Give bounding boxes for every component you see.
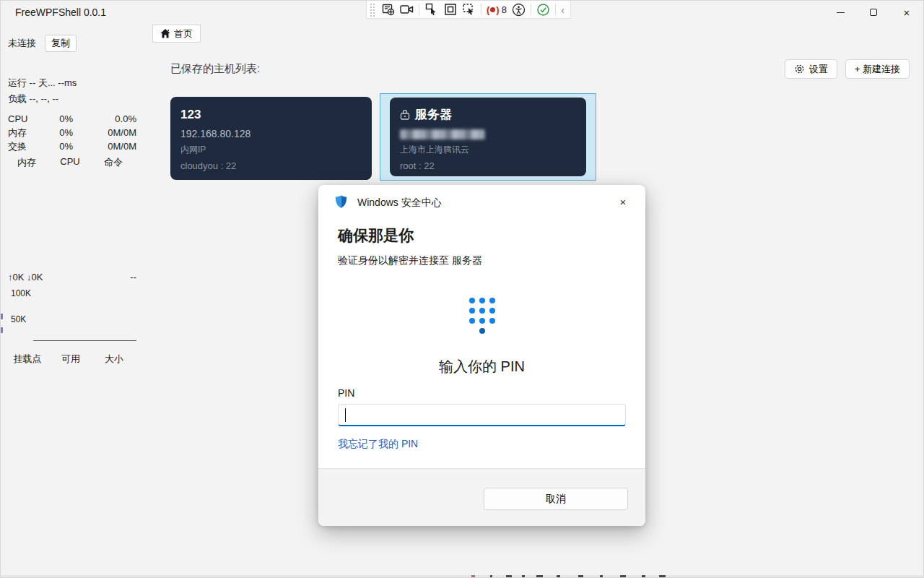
close-button[interactable]: × bbox=[890, 1, 923, 24]
breakpoint-count: 8 bbox=[502, 4, 507, 15]
stat-label: CPU bbox=[8, 113, 41, 124]
stat-label: 内存 bbox=[8, 126, 41, 139]
network-latency: -- bbox=[130, 272, 136, 282]
mount-header-mountpoint[interactable]: 挂载点 bbox=[5, 353, 50, 366]
new-connection-label: + 新建连接 bbox=[855, 63, 900, 76]
taskbar-icon-fragment bbox=[659, 575, 666, 577]
title-bar: FreeWPFShell 0.0.1 bbox=[1, 1, 923, 24]
stat-label: 交换 bbox=[8, 140, 41, 153]
mount-table-headers: 挂载点 可用 大小 bbox=[5, 353, 136, 366]
gear-icon bbox=[794, 64, 805, 74]
host-location: 内网IP bbox=[180, 144, 362, 156]
host-ip: 192.168.80.128 bbox=[180, 128, 362, 139]
forgot-pin-link[interactable]: 我忘记了我的 PIN bbox=[338, 438, 418, 451]
toolbar-separator bbox=[531, 4, 531, 15]
host-login-port: cloudyou : 22 bbox=[180, 160, 362, 171]
net-graph-baseline bbox=[33, 340, 136, 341]
dialog-app-name: Windows 安全中心 bbox=[357, 197, 442, 210]
pin-prompt: 输入你的 PIN bbox=[318, 357, 645, 376]
stat-value: 0M/0M bbox=[73, 141, 136, 152]
taskbar-icon-fragment bbox=[620, 575, 626, 577]
taskbar-sliver bbox=[1, 575, 923, 577]
mount-header-size[interactable]: 大小 bbox=[92, 353, 136, 366]
resource-stats: CPU 0% 0.0% 内存 0% 0M/0M 交换 0% 0M/0M bbox=[8, 112, 136, 153]
drag-grip-icon[interactable] bbox=[370, 3, 376, 17]
host-card[interactable]: 123 192.168.80.128 内网IP cloudyou : 22 bbox=[170, 97, 372, 180]
process-table-headers: 内存 CPU 命令 bbox=[5, 156, 135, 169]
taskbar-icon-fragment bbox=[522, 575, 525, 577]
minimize-button[interactable] bbox=[824, 1, 857, 24]
host-ip-redacted bbox=[400, 129, 485, 139]
process-header-cpu[interactable]: CPU bbox=[48, 156, 92, 169]
close-icon: × bbox=[904, 7, 910, 18]
pin-keypad-icon bbox=[318, 297, 645, 335]
dialog-subtitle: 验证身份以解密并连接至 服务器 bbox=[338, 254, 482, 267]
process-header-memory[interactable]: 内存 bbox=[5, 156, 48, 169]
dialog-footer: 取消 bbox=[318, 468, 645, 526]
stat-row-cpu: CPU 0% 0.0% bbox=[8, 112, 136, 126]
toolbar-separator bbox=[419, 4, 419, 15]
host-name: 服务器 bbox=[415, 106, 452, 123]
saved-hosts-heading: 已保存的主机列表: bbox=[170, 62, 260, 76]
check-ok-icon[interactable] bbox=[536, 3, 550, 17]
network-updown: ↑0K ↓0K bbox=[8, 272, 43, 282]
net-axis-tick-100k: 100K bbox=[11, 288, 31, 298]
camera-icon[interactable] bbox=[400, 3, 414, 17]
dialog-close-button[interactable]: × bbox=[612, 192, 634, 211]
taskbar-icon-fragment bbox=[557, 575, 560, 577]
copy-button[interactable]: 复制 bbox=[45, 35, 77, 52]
lock-icon bbox=[400, 109, 410, 120]
dialog-title: 确保那是你 bbox=[338, 225, 414, 246]
net-graph-mark bbox=[1, 327, 3, 333]
accessibility-icon[interactable] bbox=[512, 3, 526, 17]
stat-percent: 0% bbox=[41, 127, 73, 138]
taskbar-icon-fragment bbox=[471, 575, 475, 577]
load-row: 负载 --, --, -- bbox=[8, 92, 58, 105]
host-login-port: root : 22 bbox=[400, 160, 576, 171]
taskbar-icon-fragment bbox=[536, 575, 543, 577]
breakpoint-count-icon[interactable]: () 8 bbox=[487, 4, 507, 15]
maximize-icon bbox=[870, 9, 877, 16]
stat-value: 0M/0M bbox=[73, 127, 136, 138]
collapse-chevron-icon[interactable]: ‹ bbox=[561, 4, 565, 15]
upload-rate: ↑0K bbox=[8, 272, 24, 282]
stat-row-swap: 交换 0% 0M/0M bbox=[8, 139, 136, 153]
mount-header-available[interactable]: 可用 bbox=[50, 353, 92, 366]
taskbar-icon-fragment bbox=[490, 575, 492, 577]
uptime-row: 运行 -- 天... --ms bbox=[8, 77, 77, 90]
tab-home[interactable]: 首页 bbox=[152, 25, 201, 43]
app-title: FreeWPFShell 0.0.1 bbox=[15, 7, 106, 18]
inspect-toolbar: () 8 ‹ bbox=[366, 1, 571, 19]
taskbar-icon-fragment bbox=[642, 575, 645, 577]
pin-field-label: PIN bbox=[338, 387, 354, 399]
tab-home-label: 首页 bbox=[174, 27, 193, 40]
windows-security-shield-icon bbox=[335, 195, 347, 209]
network-rate-row: ↑0K ↓0K -- bbox=[8, 272, 136, 282]
toolbar-separator bbox=[555, 4, 556, 15]
host-location: 上海市上海腾讯云 bbox=[400, 144, 576, 156]
settings-button[interactable]: 设置 bbox=[785, 59, 837, 79]
windows-security-dialog: Windows 安全中心 × 确保那是你 验证身份以解密并连接至 服务器 输入你… bbox=[318, 185, 645, 526]
cancel-button[interactable]: 取消 bbox=[484, 488, 628, 510]
inspector-icon[interactable] bbox=[381, 3, 395, 17]
dialog-header: Windows 安全中心 × bbox=[318, 185, 645, 218]
taskbar-icon-fragment bbox=[578, 575, 583, 577]
stat-percent: 0% bbox=[41, 141, 73, 152]
taskbar-icon-fragment bbox=[506, 575, 512, 577]
select-element-icon[interactable] bbox=[424, 3, 438, 17]
stat-row-memory: 内存 0% 0M/0M bbox=[8, 126, 136, 139]
toolbar-separator bbox=[481, 4, 481, 15]
highlight-rect-icon[interactable] bbox=[443, 3, 457, 17]
net-axis-tick-50k: 50K bbox=[11, 314, 26, 324]
stat-value: 0.0% bbox=[73, 113, 136, 124]
net-graph-mark bbox=[1, 314, 3, 319]
select-region-icon[interactable] bbox=[462, 3, 476, 17]
process-header-command[interactable]: 命令 bbox=[92, 156, 135, 169]
host-name: 123 bbox=[180, 108, 362, 122]
new-connection-button[interactable]: + 新建连接 bbox=[845, 59, 910, 79]
top-actions: 设置 + 新建连接 bbox=[785, 59, 910, 79]
host-card-selected[interactable]: 服务器 上海市上海腾讯云 root : 22 bbox=[390, 98, 586, 176]
taskbar-icon-fragment bbox=[600, 575, 603, 577]
maximize-button[interactable] bbox=[857, 1, 890, 24]
pin-input[interactable] bbox=[338, 404, 626, 426]
